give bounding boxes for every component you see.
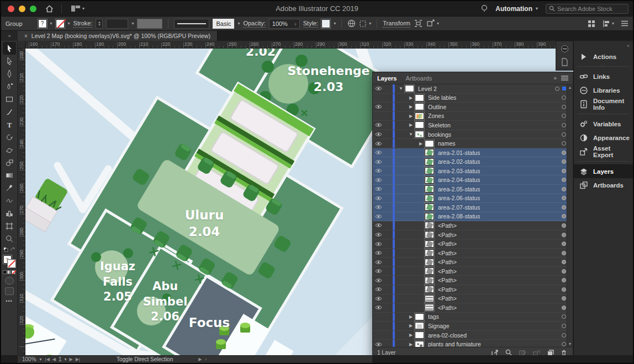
visibility-eye-icon[interactable] — [373, 186, 384, 191]
chevron-down-icon[interactable]: ▾ — [50, 21, 52, 26]
visibility-eye-icon[interactable] — [373, 159, 384, 164]
close-window-button[interactable] — [8, 6, 14, 12]
disclosure-chevron-icon[interactable]: ▶ — [407, 342, 415, 347]
stroke-swatch[interactable] — [56, 19, 65, 28]
horizontal-ruler[interactable]: 1601701801902002102202302402502602702802… — [25, 41, 575, 49]
layer-name[interactable]: area-02-closed — [428, 332, 467, 339]
layer-thumbnail[interactable] — [425, 267, 434, 275]
layer-name[interactable]: area-2.02-status — [438, 158, 480, 165]
visibility-eye-icon[interactable] — [373, 86, 384, 91]
layer-row--path-[interactable]: <Path> — [373, 239, 573, 249]
layer-thumbnail[interactable] — [425, 249, 434, 256]
layer-thumbnail[interactable] — [425, 167, 434, 174]
disclosure-chevron-icon[interactable]: ▼ — [397, 86, 405, 91]
layer-row--path-[interactable]: <Path> — [373, 231, 573, 240]
dock-item-variables[interactable]: Variables — [574, 117, 633, 131]
layer-row-area-02-closed[interactable]: ▶area-02-closed — [373, 331, 573, 340]
eyedropper-tool-icon[interactable] — [3, 181, 16, 194]
layer-thumbnail[interactable] — [425, 286, 434, 293]
shape-builder-tool-icon[interactable] — [3, 156, 16, 169]
gradient-tool-icon[interactable] — [3, 169, 16, 181]
vertical-ruler[interactable]: 200210220230240250260270280290300310320 — [18, 49, 25, 355]
collect-for-export-icon[interactable] — [491, 349, 499, 355]
layer-row-area-2.01-status[interactable]: area-2.01-status — [373, 148, 573, 158]
layers-scrollbar[interactable]: ▲▼ — [567, 84, 573, 347]
target-circle-icon[interactable] — [562, 214, 566, 218]
edit-toolbar-icon[interactable]: ••• — [6, 298, 12, 304]
layer-row-area-2.05-status[interactable]: area-2.05-status — [373, 185, 573, 194]
layer-thumbnail[interactable] — [425, 185, 434, 192]
panel-menu-icon[interactable] — [561, 76, 568, 81]
disclosure-chevron-icon[interactable]: ▶ — [407, 323, 415, 328]
workspace-grid-icon[interactable] — [588, 20, 595, 28]
target-circle-icon[interactable] — [562, 151, 566, 155]
new-layer-icon[interactable] — [546, 349, 554, 355]
visibility-eye-icon[interactable] — [373, 168, 384, 173]
layer-name[interactable]: area-2.06-status — [438, 195, 480, 201]
layer-name[interactable]: <Path> — [438, 232, 457, 238]
select-similar-icon[interactable]: ▾ — [359, 20, 371, 28]
visibility-eye-icon[interactable] — [373, 104, 384, 109]
tab-layers[interactable]: Layers — [377, 75, 397, 82]
layer-thumbnail[interactable] — [415, 131, 424, 138]
minimize-window-button[interactable] — [19, 6, 25, 12]
dock-item-document-info[interactable]: Document Info — [574, 97, 633, 111]
disclosure-chevron-icon[interactable]: ▼ — [407, 132, 415, 137]
dock-item-links[interactable]: Links — [574, 69, 633, 83]
layer-name[interactable]: area-2.07-status — [438, 204, 480, 211]
target-circle-icon[interactable] — [562, 114, 566, 118]
symbol-sprayer-tool-icon[interactable] — [3, 194, 16, 207]
chevron-down-icon[interactable]: ▾ — [131, 21, 134, 26]
layer-name[interactable]: <Path> — [438, 240, 457, 247]
layer-thumbnail[interactable] — [425, 222, 434, 229]
last-artboard-icon[interactable]: ▶| — [76, 357, 80, 362]
chevron-down-icon[interactable]: ▾ — [334, 21, 336, 26]
layer-name[interactable]: <Path> — [438, 286, 457, 293]
layer-thumbnail[interactable] — [425, 277, 434, 284]
type-tool-icon[interactable]: T — [3, 118, 16, 131]
status-expand-icon[interactable]: ‹ — [205, 357, 207, 362]
layer-name[interactable]: Signage — [428, 323, 450, 329]
home-icon[interactable] — [45, 5, 54, 13]
panel-collapse-icon[interactable]: » — [553, 75, 557, 81]
rotate-tool-icon[interactable] — [3, 131, 16, 143]
opacity-field[interactable]: 100%› — [269, 19, 300, 29]
layer-row--path-[interactable]: <Path> — [373, 258, 573, 267]
layer-thumbnail[interactable] — [425, 213, 434, 220]
layer-name[interactable]: area-2.04-status — [438, 176, 480, 183]
layer-name[interactable]: area-2.05-status — [438, 186, 480, 192]
layer-row-area-2.07-status[interactable]: area-2.07-status — [373, 203, 573, 212]
layer-name[interactable]: <Path> — [438, 295, 457, 302]
target-circle-icon[interactable] — [562, 187, 566, 191]
layer-thumbnail[interactable] — [405, 85, 414, 92]
target-circle-icon[interactable] — [555, 87, 559, 91]
layer-row-signage[interactable]: ▶Signage — [373, 322, 573, 331]
layer-name[interactable]: area-2.08-status — [438, 213, 480, 220]
paintbrush-tool-icon[interactable] — [3, 105, 16, 118]
layer-row--path-[interactable]: <Path> — [373, 267, 573, 276]
chevron-down-icon[interactable]: ▾ — [68, 21, 70, 26]
chevron-down-icon[interactable]: ▾ — [40, 357, 42, 362]
target-circle-icon[interactable] — [562, 141, 566, 146]
target-circle-icon[interactable] — [562, 296, 566, 301]
document-tab[interactable]: × Level 2 Map (booking overlays)V6.svg* … — [18, 31, 218, 41]
dock-item-layers[interactable]: Layers — [574, 164, 633, 178]
target-circle-icon[interactable] — [562, 287, 566, 292]
visibility-eye-icon[interactable] — [373, 141, 384, 146]
transform-link[interactable]: Transform — [383, 20, 410, 28]
align-panel-icon[interactable]: ▾ — [602, 20, 614, 28]
target-circle-icon[interactable] — [562, 178, 566, 182]
brush-preview[interactable] — [174, 19, 209, 29]
collapsed-panel-icon-top[interactable] — [559, 44, 570, 53]
document-setup-icon[interactable] — [347, 19, 356, 28]
layer-name[interactable]: <Path> — [438, 250, 457, 256]
dock-item-libraries[interactable]: Libraries — [574, 83, 633, 97]
stroke-label[interactable]: Stroke: — [73, 20, 93, 28]
zoom-tool-icon[interactable] — [3, 232, 16, 245]
screen-mode-button[interactable] — [5, 287, 14, 295]
layer-thumbnail[interactable] — [425, 149, 434, 156]
none-button[interactable] — [12, 270, 15, 274]
brush-style-value[interactable]: Basic — [213, 19, 234, 29]
layer-row-zones[interactable]: ▶Zones — [373, 112, 573, 121]
target-circle-icon[interactable] — [562, 233, 566, 237]
